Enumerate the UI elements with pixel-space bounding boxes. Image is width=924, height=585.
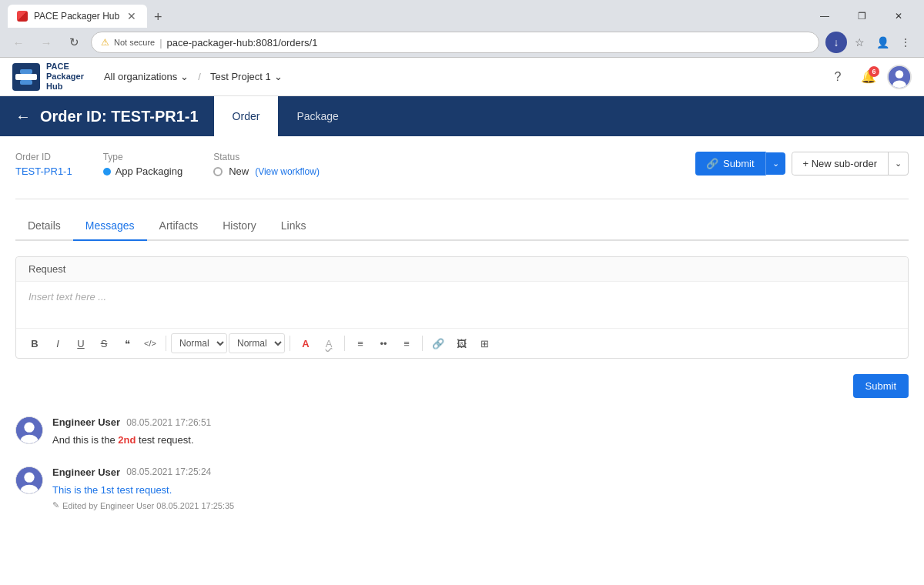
app: PACE Packager Hub All organizations ⌄ / …: [0, 58, 924, 585]
browser-tab-active[interactable]: PACE Packager Hub ✕: [8, 5, 147, 28]
status-circle: [213, 167, 223, 176]
format-select-1[interactable]: Normal: [171, 333, 227, 353]
profile-button[interactable]: 👤: [872, 32, 893, 53]
link-button[interactable]: 🔗: [427, 333, 449, 353]
message-edited-2: ✎ Edited by Engineer User 08.05.2021 17:…: [52, 500, 909, 510]
message-link-text-2[interactable]: This is the 1st test request.: [52, 484, 172, 496]
submit-dropdown-button[interactable]: ⌄: [766, 152, 785, 175]
message-item-2: Engineer User 08.05.2021 17:25:24 This i…: [15, 466, 909, 511]
minimize-button[interactable]: —: [807, 5, 842, 28]
help-button[interactable]: ?: [825, 65, 850, 89]
close-button[interactable]: ✕: [881, 5, 916, 28]
app-navigation: All organizations ⌄ / Test Project 1 ⌄: [99, 68, 287, 85]
tab-messages[interactable]: Messages: [73, 212, 147, 241]
toolbar-divider-2: [290, 336, 290, 351]
highlight-button[interactable]: A: [318, 333, 340, 353]
project-label: Test Project 1: [210, 71, 271, 82]
tab-details[interactable]: Details: [15, 212, 73, 241]
editor-submit-label: Submit: [865, 380, 896, 392]
project-selector[interactable]: Test Project 1 ⌄: [206, 68, 287, 85]
view-workflow-link[interactable]: (View workflow): [255, 166, 320, 177]
tab-favicon: [17, 11, 28, 22]
tab-package[interactable]: Package: [278, 96, 357, 136]
submit-icon: 🔗: [706, 158, 718, 169]
toolbar-divider-1: [166, 336, 166, 351]
downloads-button[interactable]: ↓: [825, 32, 847, 53]
menu-button[interactable]: ⋮: [895, 32, 916, 53]
underline-button[interactable]: U: [70, 333, 92, 353]
order-id-value[interactable]: TEST-PR1-1: [15, 165, 72, 177]
code-button[interactable]: </>: [139, 333, 161, 353]
new-suborder-dropdown-button[interactable]: ⌄: [889, 153, 908, 174]
back-button[interactable]: ←: [15, 108, 31, 125]
avatar-image-2: [16, 466, 42, 494]
tab-artifacts[interactable]: Artifacts: [147, 212, 211, 241]
org-label: All organizations: [104, 71, 177, 82]
order-actions: 🔗 Submit ⌄ + New sub-order ⌄: [695, 152, 909, 176]
address-bar[interactable]: ⚠ Not secure | pace-packager-hub:8081/or…: [91, 32, 819, 53]
help-icon: ?: [835, 70, 842, 84]
type-field: Type App Packaging: [103, 152, 182, 177]
editor-submit-button[interactable]: Submit: [853, 374, 909, 398]
org-selector[interactable]: All organizations ⌄: [99, 68, 193, 85]
avatar-image: [889, 65, 910, 89]
maximize-button[interactable]: ❐: [844, 5, 879, 28]
org-dropdown-icon: ⌄: [180, 71, 189, 82]
message-header-1: Engineer User 08.05.2021 17:26:51: [52, 416, 909, 428]
avatar-image-1: [16, 416, 42, 444]
table-button[interactable]: ⊞: [474, 333, 495, 353]
svg-point-8: [24, 423, 34, 433]
tab-history[interactable]: History: [210, 212, 269, 241]
editor-body[interactable]: Insert text here ...: [16, 282, 908, 328]
order-id-field: Order ID TEST-PR1-1: [15, 152, 72, 177]
submit-dropdown-icon: ⌄: [772, 159, 779, 168]
tab-links[interactable]: Links: [269, 212, 319, 241]
project-dropdown-icon: ⌄: [274, 71, 283, 82]
address-separator: |: [159, 37, 162, 48]
svg-point-11: [24, 472, 34, 482]
unordered-list-button[interactable]: ••: [373, 333, 394, 353]
submit-button[interactable]: 🔗 Submit: [695, 152, 765, 176]
status-value: New: [229, 165, 249, 177]
message-text-before-1: And this is the: [52, 434, 118, 446]
ordered-list-button[interactable]: ≡: [350, 333, 371, 353]
notification-button[interactable]: 🔔 6: [856, 65, 881, 89]
notification-badge: 6: [869, 66, 879, 77]
browser-toolbar-actions: ↓ ☆ 👤 ⋮: [825, 32, 916, 53]
new-suborder-button-group: + New sub-order ⌄: [792, 152, 909, 176]
font-color-button[interactable]: A: [295, 333, 316, 353]
new-tab-button[interactable]: +: [147, 6, 169, 28]
tab-order[interactable]: Order: [214, 96, 279, 136]
message-highlight-1: 2nd: [118, 434, 136, 446]
editor-tab[interactable]: Request: [16, 257, 908, 282]
user-avatar[interactable]: [887, 65, 912, 89]
new-suborder-button[interactable]: + New sub-order: [792, 152, 889, 175]
type-indicator: App Packaging: [103, 165, 182, 177]
reload-button[interactable]: ↻: [63, 32, 85, 53]
strikethrough-button[interactable]: S: [93, 333, 115, 353]
tab-close-button[interactable]: ✕: [126, 10, 138, 22]
logo-text: PACE Packager Hub: [46, 62, 84, 92]
message-author-2: Engineer User: [52, 466, 120, 478]
app-header: PACE Packager Hub All organizations ⌄ / …: [0, 58, 924, 96]
align-button[interactable]: ≡: [396, 333, 417, 353]
forward-button[interactable]: →: [35, 32, 57, 53]
browser-titlebar: PACE Packager Hub ✕ + — ❐ ✕: [0, 0, 924, 28]
image-button[interactable]: 🖼: [450, 333, 472, 353]
page-title: Order ID: TEST-PR1-1: [40, 108, 199, 125]
messages-list: Engineer User 08.05.2021 17:26:51 And th…: [15, 416, 909, 510]
message-header-2: Engineer User 08.05.2021 17:25:24: [52, 466, 909, 478]
bookmark-button[interactable]: ☆: [849, 32, 870, 53]
bold-button[interactable]: B: [24, 333, 45, 353]
message-time-1: 08.05.2021 17:26:51: [126, 417, 211, 428]
order-metadata: Order ID TEST-PR1-1 Type App Packaging S…: [15, 152, 320, 177]
message-text-2: This is the 1st test request.: [52, 483, 909, 498]
blockquote-button[interactable]: ❝: [116, 333, 138, 353]
format-select-2[interactable]: Normal: [229, 333, 285, 353]
back-icon: ←: [15, 108, 31, 125]
message-editor: Request Insert text here ... B I U S ❝ <…: [15, 256, 909, 359]
edit-pencil-icon: ✎: [52, 500, 59, 510]
back-button[interactable]: ←: [8, 32, 29, 53]
message-content-2: Engineer User 08.05.2021 17:25:24 This i…: [52, 466, 909, 511]
italic-button[interactable]: I: [47, 333, 69, 353]
